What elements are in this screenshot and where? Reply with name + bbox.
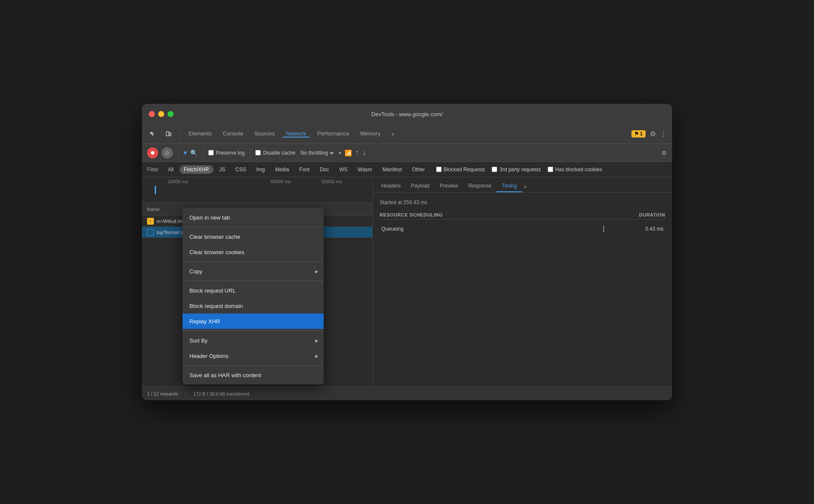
svg-rect-0 — [166, 132, 169, 136]
tick-50000: 50000 ms — [321, 179, 342, 184]
ctx-header-options[interactable]: Header Options — [183, 348, 324, 363]
subtab-timing[interactable]: Timing — [496, 180, 522, 192]
ctx-clear-cache[interactable]: Clear browser cache — [183, 229, 324, 244]
traffic-lights — [149, 111, 174, 117]
tab-memory[interactable]: Memory — [357, 130, 384, 138]
filter-all[interactable]: All — [164, 165, 178, 174]
right-panel: Headers Payload Preview Response Timing … — [373, 177, 672, 387]
filter-bar-sep-3 — [250, 148, 250, 158]
timing-duration-label: DURATION — [639, 212, 665, 217]
filter-fetch-xhr[interactable]: Fetch/XHR — [180, 165, 213, 174]
filter-media[interactable]: Media — [271, 165, 293, 174]
tab-console[interactable]: Console — [219, 130, 247, 138]
statusbar: 1 / 12 requests | 172 B / 30.0 kB transf… — [142, 387, 672, 400]
devtools-toolbar: Elements Console Sources Network Perform… — [142, 124, 672, 144]
settings-icon[interactable]: ⚙ — [650, 130, 656, 138]
subtabs-more-button[interactable]: » — [522, 181, 528, 192]
timeline-area: 10000 ms 40000 ms 50000 ms — [142, 177, 372, 203]
request-warning-icon: ! — [147, 218, 154, 225]
search-icon[interactable]: 🔍 — [190, 149, 198, 156]
filter-wasm[interactable]: Wasm — [354, 165, 377, 174]
timing-queueing-value: 0.43 ms — [629, 226, 664, 232]
maximize-button[interactable] — [168, 111, 174, 117]
tab-elements[interactable]: Elements — [185, 130, 215, 138]
window-title: DevTools - www.google.com/ — [372, 111, 443, 117]
minimize-button[interactable] — [158, 111, 164, 117]
tabs-more-button[interactable]: » — [388, 128, 398, 141]
filter-js[interactable]: JS — [215, 165, 230, 174]
timing-section-header: Resource Scheduling DURATION — [380, 212, 665, 220]
ctx-open-new-tab[interactable]: Open in new tab — [183, 210, 324, 225]
svg-rect-1 — [169, 133, 171, 136]
ctx-save-har[interactable]: Save all as HAR with content — [183, 367, 324, 383]
devtools-window: DevTools - www.google.com/ Elements Cons… — [142, 104, 672, 400]
preserve-log-checkbox[interactable]: Preserve log — [208, 150, 245, 156]
record-button[interactable] — [147, 147, 158, 158]
more-options-icon[interactable]: ⋮ — [660, 130, 667, 138]
has-blocked-cookies-checkbox[interactable]: Has blocked cookies — [548, 167, 602, 173]
requests-count: 1 / 12 requests — [147, 391, 178, 396]
timing-queueing-label: Queueing — [381, 226, 578, 232]
notification-badge: ⚑ 1 — [631, 130, 646, 138]
tab-network[interactable]: Network — [283, 130, 310, 138]
tab-sources[interactable]: Sources — [251, 130, 278, 138]
timing-started-info: Started at 259.43 ms — [380, 199, 665, 205]
ctx-sep-5 — [183, 365, 324, 366]
device-toolbar-icon[interactable] — [162, 128, 174, 140]
filter-bar-sep-1 — [178, 148, 178, 158]
filter-ws[interactable]: WS — [335, 165, 351, 174]
context-menu: Open in new tab Clear browser cache Clea… — [183, 208, 324, 384]
subtab-headers[interactable]: Headers — [376, 180, 406, 192]
ctx-sep-2 — [183, 261, 324, 262]
subtab-preview[interactable]: Preview — [435, 180, 463, 192]
network-settings-icon[interactable]: ⚙ — [661, 149, 667, 156]
ctx-clear-cookies[interactable]: Clear browser cookies — [183, 244, 324, 260]
clear-button[interactable]: ⊘ — [162, 147, 173, 158]
timing-bar — [603, 226, 604, 232]
timing-panel: Started at 259.43 ms Resource Scheduling… — [373, 193, 672, 387]
subtab-response[interactable]: Response — [463, 180, 496, 192]
filter-manifest[interactable]: Manifest — [378, 165, 406, 174]
upload-icon[interactable]: ↑ — [355, 148, 359, 157]
throttle-chevron-icon: ▾ — [339, 150, 341, 156]
third-party-checkbox[interactable]: 3rd party requests — [492, 167, 541, 173]
waterfall-bar — [155, 186, 156, 194]
ctx-sep-4 — [183, 331, 324, 331]
close-button[interactable] — [149, 111, 155, 117]
tab-performance[interactable]: Performance — [314, 130, 352, 138]
ctx-sep-1 — [183, 227, 324, 227]
filter-img[interactable]: Img — [252, 165, 269, 174]
ctx-sep-3 — [183, 281, 324, 281]
timing-section-label: Resource Scheduling — [380, 212, 443, 217]
inspect-icon[interactable] — [147, 128, 159, 140]
ctx-copy[interactable]: Copy — [183, 264, 324, 279]
type-filter-bar: Filter All Fetch/XHR JS CSS Img Media Fo… — [142, 162, 672, 177]
timing-row-queueing: Queueing 0.43 ms — [380, 223, 665, 235]
ctx-sort-by[interactable]: Sort By — [183, 333, 324, 348]
filter-css[interactable]: CSS — [231, 165, 251, 174]
tick-40000: 40000 ms — [270, 179, 291, 184]
main-area: 10000 ms 40000 ms 50000 ms Name ! m=Wt6v… — [142, 177, 672, 387]
disable-cache-checkbox[interactable]: Disable cache — [255, 150, 295, 156]
network-filter-bar: ⊘ ▾ 🔍 Preserve log Disable cache No thro… — [142, 144, 672, 162]
blocked-requests-checkbox[interactable]: Blocked Requests — [436, 167, 485, 173]
wifi-icon: 📶 — [345, 149, 352, 156]
filter-icon[interactable]: ▾ — [183, 149, 187, 157]
throttle-select[interactable]: No throttling — [299, 149, 335, 156]
timeline-ticks: 10000 ms 40000 ms 50000 ms — [142, 177, 372, 202]
ctx-block-domain[interactable]: Block request domain — [183, 298, 324, 314]
ctx-replay-xhr[interactable]: Replay XHR — [183, 314, 324, 329]
toolbar-separator — [180, 129, 180, 139]
filter-other[interactable]: Other — [408, 165, 429, 174]
filter-doc[interactable]: Doc — [316, 165, 333, 174]
filter-bar-sep-2 — [203, 148, 203, 158]
download-icon[interactable]: ↓ — [363, 148, 366, 157]
tick-10000: 10000 ms — [168, 179, 188, 184]
transferred-size: 172 B / 30.0 kB transferred — [193, 391, 249, 396]
timing-section-scheduling: Resource Scheduling DURATION Queueing 0.… — [380, 212, 665, 235]
filter-font[interactable]: Font — [295, 165, 314, 174]
subtab-payload[interactable]: Payload — [406, 180, 434, 192]
ctx-block-url[interactable]: Block request URL — [183, 283, 324, 298]
timing-bar-container — [578, 226, 629, 232]
titlebar: DevTools - www.google.com/ — [142, 104, 672, 124]
